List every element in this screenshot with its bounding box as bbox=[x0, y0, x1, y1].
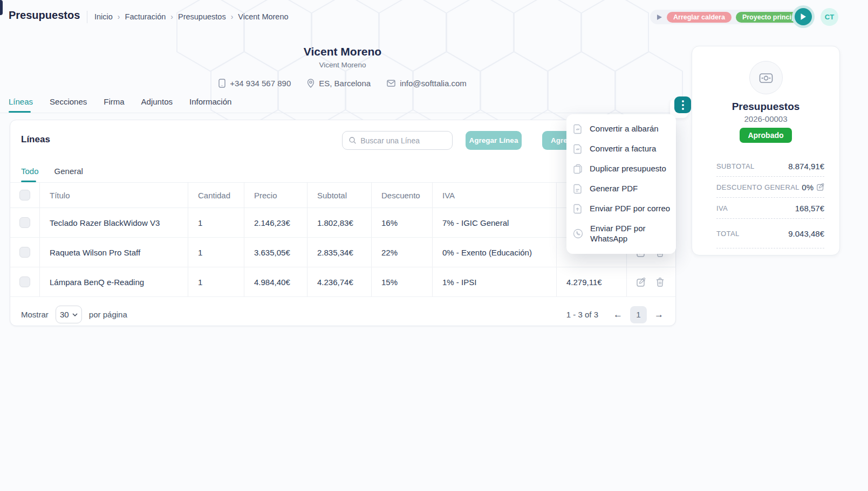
tab-informacion[interactable]: Información bbox=[189, 97, 231, 113]
cell-subtotal: 4.236,74€ bbox=[307, 267, 371, 296]
line-search[interactable] bbox=[342, 131, 453, 150]
cell-qty: 1 bbox=[188, 238, 244, 267]
camera-icon bbox=[759, 72, 773, 84]
pagination-range: 1 - 3 of 3 bbox=[566, 310, 598, 319]
table-footer: Mostrar 30 por página 1 - 3 of 3 ← 1 → bbox=[10, 302, 675, 327]
duplicate-icon bbox=[573, 164, 583, 174]
menu-item-enviar-pdf-correo[interactable]: Enviar PDF por correo bbox=[566, 199, 676, 219]
cell-iva: 0% - Exento (Educación) bbox=[432, 238, 556, 267]
breadcrumb-separator: › bbox=[170, 12, 173, 21]
convert-delivery-note-icon bbox=[573, 124, 583, 134]
customer-email: info@softtalia.com bbox=[387, 79, 467, 88]
menu-item-convertir-albaran[interactable]: Convertir a albarán bbox=[566, 119, 676, 139]
next-page-button[interactable]: → bbox=[654, 309, 664, 320]
cell-qty: 1 bbox=[188, 267, 244, 296]
add-line-button[interactable]: Agregar Línea bbox=[466, 131, 522, 150]
customer-location: ES, Barcelona bbox=[307, 79, 371, 88]
phone-icon bbox=[218, 79, 225, 88]
search-input[interactable] bbox=[360, 136, 447, 145]
search-icon bbox=[349, 136, 356, 144]
current-page-button[interactable]: 1 bbox=[630, 306, 647, 323]
status-badge[interactable]: Aprobado bbox=[740, 128, 791, 143]
edit-icon[interactable] bbox=[637, 278, 646, 287]
actions-context-menu: Convertir a albarán Convertir a factura … bbox=[566, 114, 676, 254]
line-filter-subtabs: Todo General bbox=[21, 167, 83, 176]
row-actions bbox=[626, 267, 676, 296]
more-actions-button[interactable] bbox=[674, 96, 691, 113]
page-title: Presupuestos bbox=[9, 9, 80, 22]
cell-discount: 15% bbox=[371, 267, 432, 296]
cell-discount: 16% bbox=[371, 208, 432, 237]
col-header-subtotal: Subtotal bbox=[307, 183, 371, 208]
subtab-todo[interactable]: Todo bbox=[21, 167, 39, 176]
page-size-select[interactable]: 30 bbox=[56, 306, 82, 323]
cell-title: Lámpara BenQ e-Reading bbox=[39, 267, 188, 296]
mail-icon bbox=[387, 80, 395, 87]
active-tab-underline bbox=[9, 111, 31, 113]
subtab-general[interactable]: General bbox=[54, 167, 83, 176]
cell-iva: 1% - IPSI bbox=[432, 267, 556, 296]
document-image-placeholder[interactable] bbox=[749, 61, 783, 94]
breadcrumb-item-facturacion[interactable]: Facturación bbox=[125, 12, 166, 21]
row-checkbox[interactable] bbox=[19, 247, 30, 258]
breadcrumb-separator: › bbox=[231, 12, 234, 21]
document-type-title: Presupuestos bbox=[692, 101, 839, 113]
cell-price: 3.635,05€ bbox=[244, 238, 307, 267]
document-summary-panel: Presupuestos 2026-00003 Aprobado SUBTOTA… bbox=[692, 46, 840, 255]
row-checkbox[interactable] bbox=[19, 217, 30, 228]
row-checkbox[interactable] bbox=[19, 276, 30, 287]
chevron-down-icon bbox=[72, 313, 78, 316]
summary-row-subtotal: SUBTOTAL 8.874,91€ bbox=[716, 156, 824, 177]
summary-row-total: TOTAL 9.043,48€ bbox=[716, 219, 824, 248]
tab-firma[interactable]: Firma bbox=[104, 97, 124, 113]
cell-qty: 1 bbox=[188, 208, 244, 237]
prev-page-button[interactable]: ← bbox=[613, 309, 623, 320]
menu-item-duplicar-presupuesto[interactable]: Duplicar presupuesto bbox=[566, 159, 676, 179]
col-header-titulo: Título bbox=[39, 183, 188, 208]
tab-lineas[interactable]: Líneas bbox=[9, 97, 33, 113]
breadcrumb: Inicio › Facturación › Presupuestos › Vi… bbox=[94, 12, 289, 21]
menu-item-generar-pdf[interactable]: Generar PDF bbox=[566, 179, 676, 199]
summary-row-descuento: DESCUENTO GENERAL 0% bbox=[716, 177, 824, 198]
customer-contact-row: +34 934 567 890 ES, Barcelona info@softt… bbox=[127, 79, 558, 88]
select-all-checkbox[interactable] bbox=[19, 190, 30, 200]
cell-subtotal: 2.835,34€ bbox=[307, 238, 371, 267]
tab-adjuntos[interactable]: Adjuntos bbox=[141, 97, 173, 113]
customer-alias: Vicent Moreno bbox=[181, 61, 504, 69]
per-page-label: por página bbox=[89, 310, 127, 319]
trash-icon[interactable] bbox=[656, 278, 664, 287]
breadcrumb-item-inicio[interactable]: Inicio bbox=[94, 12, 113, 21]
play-icon bbox=[800, 13, 807, 20]
send-mail-icon bbox=[573, 204, 583, 214]
edit-discount-icon[interactable] bbox=[817, 183, 824, 191]
tab-secciones[interactable]: Secciones bbox=[50, 97, 87, 113]
tabs-bottom-border bbox=[0, 113, 676, 113]
timer-play-button[interactable] bbox=[792, 5, 815, 28]
convert-invoice-icon bbox=[573, 144, 583, 154]
header-divider bbox=[87, 11, 87, 23]
location-pin-icon bbox=[307, 79, 315, 88]
col-header-descuento: Descuento bbox=[371, 183, 432, 208]
main-tabs: Líneas Secciones Firma Adjuntos Informac… bbox=[9, 97, 231, 113]
menu-item-convertir-factura[interactable]: Convertir a factura bbox=[566, 139, 676, 159]
cell-discount: 22% bbox=[371, 238, 432, 267]
tag-arreglar-caldera[interactable]: Arreglar caldera bbox=[667, 12, 732, 23]
customer-phone: +34 934 567 890 bbox=[218, 79, 291, 88]
user-avatar[interactable]: CT bbox=[821, 8, 838, 26]
cell-title: Raqueta Wilson Pro Staff bbox=[39, 238, 188, 267]
sidebar-edge bbox=[0, 0, 3, 15]
play-small-icon[interactable] bbox=[657, 14, 662, 20]
menu-item-enviar-pdf-whatsapp[interactable]: Enviar PDF por WhatsApp bbox=[566, 219, 676, 249]
cell-price: 4.984,40€ bbox=[244, 267, 307, 296]
show-label: Mostrar bbox=[21, 310, 49, 319]
whatsapp-icon bbox=[573, 229, 583, 239]
breadcrumb-item-presupuestos[interactable]: Presupuestos bbox=[178, 12, 226, 21]
summary-row-iva: IVA 168,57€ bbox=[716, 198, 824, 219]
cell-title: Teclado Razer BlackWidow V3 bbox=[39, 208, 188, 237]
document-number: 2026-00003 bbox=[692, 114, 839, 123]
cell-subtotal: 1.802,83€ bbox=[307, 208, 371, 237]
col-header-precio: Precio bbox=[244, 183, 307, 208]
col-header-iva: IVA bbox=[432, 183, 556, 208]
pdf-icon bbox=[573, 184, 583, 194]
col-header-cantidad: Cantidad bbox=[188, 183, 244, 208]
